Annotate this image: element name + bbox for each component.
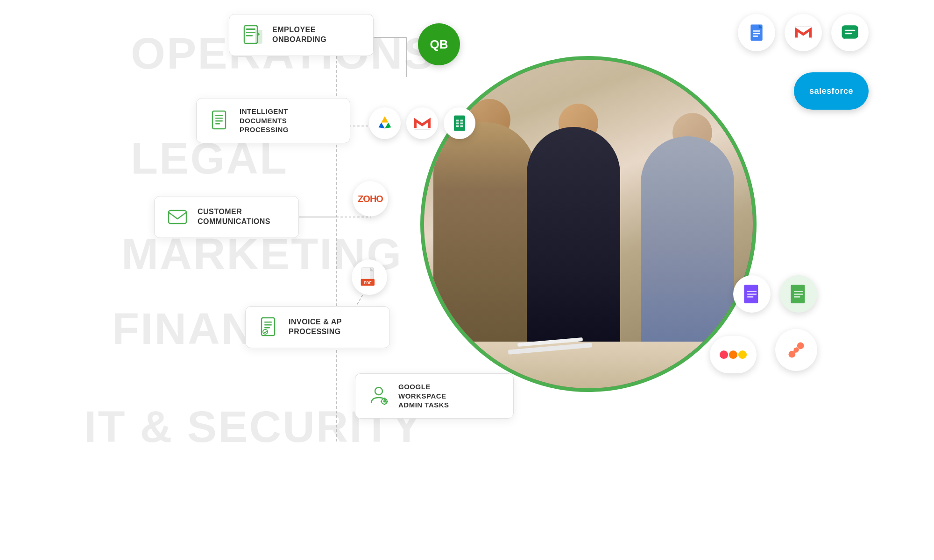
svg-rect-39 <box>794 294 803 295</box>
svg-point-44 <box>797 343 804 350</box>
customer-comm-card[interactable]: CUSTOMERCOMMUNICATIONS <box>154 196 299 238</box>
google-drive-icon <box>369 107 401 139</box>
comm-card-icon <box>166 205 190 229</box>
invoice-card-icon <box>257 315 281 339</box>
svg-rect-59 <box>215 123 220 125</box>
svg-rect-55 <box>212 111 226 129</box>
svg-rect-51 <box>246 35 253 36</box>
svg-rect-20 <box>460 126 463 127</box>
svg-text:PDF: PDF <box>364 281 372 285</box>
svg-rect-40 <box>794 296 800 298</box>
monday-icon <box>710 336 757 373</box>
svg-rect-28 <box>753 35 758 36</box>
google-chat-icon <box>831 14 869 51</box>
onboarding-card-icon <box>241 23 265 47</box>
svg-rect-58 <box>215 120 223 122</box>
svg-point-68 <box>383 400 386 403</box>
svg-rect-31 <box>845 30 855 31</box>
invoice-ap-card[interactable]: INVOICE & APPROCESSING <box>245 306 390 348</box>
svg-point-43 <box>738 350 747 359</box>
svg-rect-14 <box>454 116 465 131</box>
employee-onboarding-card[interactable]: EMPLOYEEONBOARDING <box>229 14 374 56</box>
svg-point-41 <box>720 350 728 359</box>
hubspot-icon <box>775 329 817 371</box>
svg-rect-27 <box>753 33 760 34</box>
google-docs-icon <box>738 14 775 51</box>
svg-point-42 <box>729 350 737 359</box>
intelligent-docs-card[interactable]: INTELLIGENTDOCUMENTSPROCESSING <box>196 98 350 143</box>
green-doc-icon <box>780 275 817 313</box>
svg-rect-38 <box>794 291 803 292</box>
svg-rect-56 <box>215 115 223 116</box>
svg-rect-26 <box>753 30 760 31</box>
invoice-card-label: INVOICE & APPROCESSING <box>289 317 342 337</box>
svg-rect-49 <box>246 28 255 30</box>
gmail-top-icon <box>785 14 822 51</box>
svg-point-45 <box>789 351 796 358</box>
svg-rect-50 <box>246 32 255 33</box>
docs-card-label: INTELLIGENTDOCUMENTSPROCESSING <box>240 107 289 134</box>
comm-card-label: CUSTOMERCOMMUNICATIONS <box>198 207 270 227</box>
svg-rect-62 <box>264 322 272 323</box>
docs-card-icon <box>208 108 232 133</box>
quickbooks-icon: QB <box>418 23 460 65</box>
gmail-connector-icon <box>406 107 438 139</box>
google-sheets-icon <box>444 107 475 139</box>
workspace-card-icon <box>367 384 391 408</box>
onboarding-card-label: EMPLOYEEONBOARDING <box>272 25 326 45</box>
svg-rect-16 <box>460 120 463 122</box>
zoho-icon: ZOHO <box>353 181 388 217</box>
svg-rect-34 <box>747 291 757 292</box>
svg-rect-64 <box>264 327 270 329</box>
svg-rect-52 <box>255 30 262 43</box>
svg-point-65 <box>263 329 268 334</box>
svg-point-47 <box>794 348 799 353</box>
workspace-card-label: GOOGLEWORKSPACEADMIN TASKS <box>398 382 449 410</box>
svg-rect-15 <box>456 120 459 122</box>
purple-doc-icon <box>733 275 771 313</box>
svg-rect-60 <box>169 210 186 224</box>
svg-rect-22 <box>362 268 370 280</box>
pdf-icon: PDF <box>352 259 387 295</box>
main-circle <box>420 56 757 392</box>
google-workspace-card[interactable]: GOOGLEWORKSPACEADMIN TASKS <box>355 373 514 419</box>
svg-point-66 <box>375 387 382 395</box>
svg-rect-57 <box>215 118 223 119</box>
salesforce-icon: salesforce <box>794 72 869 110</box>
svg-rect-32 <box>845 33 852 34</box>
svg-rect-63 <box>264 324 272 326</box>
svg-rect-19 <box>456 126 459 127</box>
svg-rect-17 <box>456 123 459 125</box>
svg-rect-18 <box>460 123 463 125</box>
svg-rect-36 <box>747 296 753 298</box>
svg-rect-35 <box>747 294 757 295</box>
